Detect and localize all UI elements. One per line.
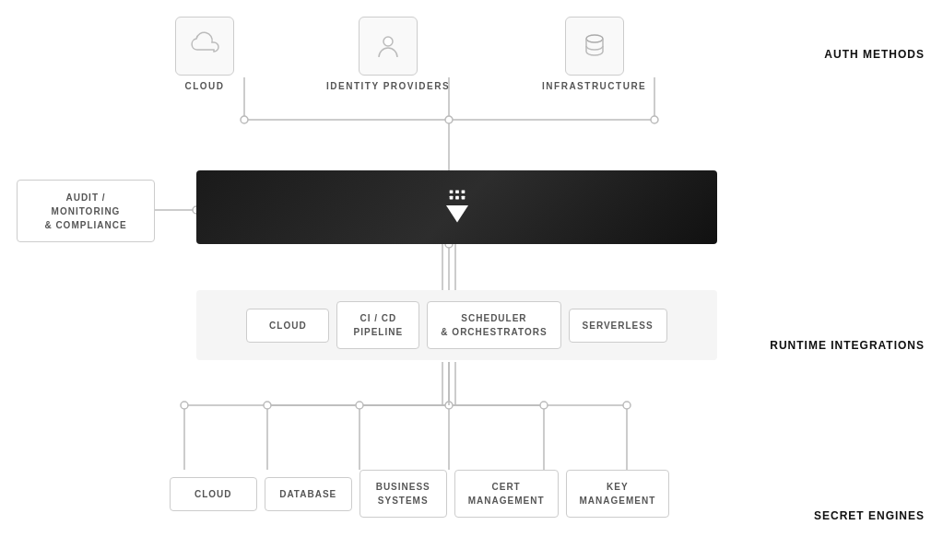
cloud-label: CLOUD (184, 81, 224, 91)
auth-icons-row: CLOUD IDENTITY PROVIDERS INFRASTRUCTURE (175, 17, 646, 91)
svg-rect-42 (455, 196, 459, 200)
icon-infra-border (565, 17, 624, 76)
svg-point-31 (540, 402, 548, 409)
icon-cloud: CLOUD (175, 17, 234, 91)
secret-engines-label: SECRET ENGINES (814, 509, 925, 522)
svg-point-32 (623, 402, 631, 409)
svg-point-36 (383, 37, 393, 46)
infra-label: INFRASTRUCTURE (542, 81, 646, 91)
svg-point-27 (181, 402, 188, 409)
svg-marker-44 (446, 205, 468, 222)
svg-point-29 (356, 402, 363, 409)
audit-monitoring-box: AUDIT /MONITORING& COMPLIANCE (17, 180, 155, 242)
icon-cloud-border (175, 17, 234, 76)
svg-rect-39 (455, 190, 459, 193)
runtime-scheduler: SCHEDULER& ORCHESTRATORS (427, 301, 560, 349)
vault-icon (435, 183, 479, 231)
cloud-icon (188, 29, 221, 63)
vault-logo-svg (435, 183, 479, 228)
secret-cloud: CLOUD (170, 477, 257, 511)
runtime-cicd: CI / CDPIPELINE (336, 301, 419, 349)
svg-rect-40 (461, 190, 465, 193)
secret-key: KEYMANAGEMENT (566, 470, 670, 518)
icon-infrastructure: INFRASTRUCTURE (542, 17, 646, 91)
auth-methods-label: AUTH METHODS (824, 48, 925, 61)
audit-monitoring-text: AUDIT /MONITORING& COMPLIANCE (44, 191, 126, 232)
secret-business: BUSINESSSYSTEMS (360, 470, 447, 518)
svg-point-30 (445, 402, 453, 409)
svg-point-6 (241, 116, 248, 123)
svg-rect-43 (461, 196, 465, 200)
runtime-integrations-label: RUNTIME INTEGRATIONS (770, 339, 925, 352)
person-icon (371, 29, 405, 63)
svg-rect-38 (449, 190, 453, 193)
svg-point-8 (651, 116, 658, 123)
runtime-row: CLOUD CI / CDPIPELINE SCHEDULER& ORCHEST… (196, 290, 717, 360)
icon-identity: IDENTITY PROVIDERS (326, 17, 450, 91)
database-icon (578, 29, 611, 63)
vault-bar (196, 170, 717, 244)
secret-cert: CERTMANAGEMENT (454, 470, 559, 518)
secret-database: DATABASE (265, 477, 352, 511)
svg-rect-41 (449, 196, 453, 200)
icon-identity-border (359, 17, 418, 76)
runtime-cloud: CLOUD (246, 309, 329, 343)
identity-label: IDENTITY PROVIDERS (326, 81, 450, 91)
runtime-serverless: SERVERLESS (569, 309, 667, 343)
svg-point-37 (586, 35, 603, 42)
diagram-container: AUTH METHODS CLOUD IDENTITY PROVIDERS (0, 0, 943, 560)
svg-point-7 (445, 116, 453, 123)
secret-engines-row: CLOUD DATABASE BUSINESSSYSTEMS CERTMANAG… (120, 470, 719, 518)
svg-point-28 (264, 402, 271, 409)
